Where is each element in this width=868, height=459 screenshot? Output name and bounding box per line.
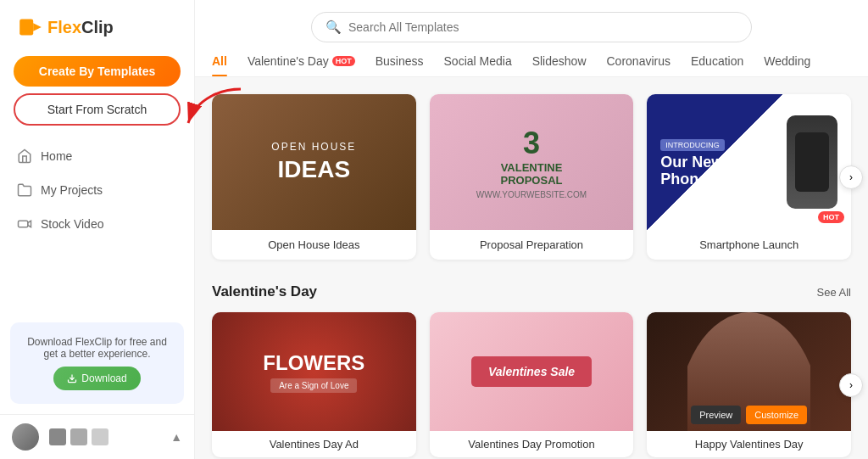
hot-corner-badge: HOT [818, 211, 844, 223]
valentines-section-title: Valentine's Day [212, 283, 317, 300]
val-thumb-flowers: FLOWERS Are a Sign of Love [212, 312, 416, 431]
start-from-scratch-button[interactable]: Start From Scratch [14, 93, 181, 126]
tab-wedding[interactable]: Wedding [764, 54, 810, 76]
projects-label: My Projects [41, 183, 103, 197]
template-thumb-open-house: OPEN HOUSE IDEAS [212, 94, 416, 230]
hot-badge-valentines: HOT [332, 56, 355, 66]
template-thumb-proposal: 3 VALENTINE PROPOSAL WWW.YOURWEBSITE.COM [430, 94, 634, 230]
template-card-proposal[interactable]: 3 VALENTINE PROPOSAL WWW.YOURWEBSITE.COM… [430, 94, 634, 260]
svg-rect-0 [19, 19, 33, 35]
customize-button[interactable]: Customize [746, 406, 807, 424]
flexclip-logo-icon [17, 14, 44, 41]
smartphone-visual: INTRODUCING Our New Phone HOT [647, 94, 851, 230]
stock-label: Stock Video [41, 217, 103, 231]
color-dots [49, 428, 108, 445]
tab-business[interactable]: Business [376, 54, 424, 76]
tab-social[interactable]: Social Media [444, 54, 512, 76]
svg-rect-2 [19, 221, 28, 227]
happy-val-visual: Preview Customize [647, 312, 851, 431]
tab-education-label: Education [691, 54, 743, 68]
top-bar: 🔍 All Valentine's Day HOT Business Socia… [195, 0, 868, 77]
smartphone-intro-badge: INTRODUCING [660, 139, 725, 151]
tab-wedding-label: Wedding [764, 54, 810, 68]
smartphone-phone-visual [787, 115, 837, 209]
download-icon [67, 373, 77, 383]
smartphone-label: Smartphone Launch [647, 230, 851, 260]
featured-templates-row: OPEN HOUSE IDEAS Open House Ideas 3 VALE… [212, 94, 851, 260]
tab-social-label: Social Media [444, 54, 512, 68]
tab-valentines-label: Valentine's Day [248, 54, 329, 68]
flowers-big-text: FLOWERS [263, 351, 364, 375]
folder-icon [17, 182, 32, 198]
download-btn-label: Download [81, 372, 126, 384]
val-card-flowers[interactable]: FLOWERS Are a Sign of Love Valentines Da… [212, 312, 416, 457]
flowers-visual: FLOWERS Are a Sign of Love [212, 312, 416, 431]
proposal-num: 3 [523, 126, 540, 161]
smartphone-headline1: Our New [660, 154, 723, 171]
val-sale-visual: Valentines Sale [430, 312, 634, 431]
tab-all-label: All [212, 54, 227, 68]
sidebar-item-stock[interactable]: Stock Video [0, 207, 194, 241]
preview-button[interactable]: Preview [691, 406, 741, 424]
logo-area: FlexClip [0, 0, 194, 51]
smartphone-headline2: Phone [660, 171, 707, 188]
sale-badge: Valentines Sale [471, 356, 592, 387]
sidebar: FlexClip Create By Templates Start From … [0, 0, 195, 459]
tabs-row: All Valentine's Day HOT Business Social … [212, 54, 851, 76]
valentines-section-header: Valentine's Day See All [212, 283, 851, 300]
home-icon [17, 148, 32, 164]
proposal-text1: VALENTINE [501, 161, 563, 174]
smartphone-text: INTRODUCING Our New Phone [660, 136, 725, 188]
create-by-templates-button[interactable]: Create By Templates [14, 56, 181, 87]
val-overlay-buttons: Preview Customize [647, 406, 851, 424]
logo: FlexClip [17, 14, 177, 41]
svg-marker-1 [33, 23, 42, 31]
val-thumb-promo: Valentines Sale [430, 312, 634, 431]
user-bar-expand-button[interactable]: ▲ [170, 430, 182, 444]
proposal-label: Proposal Preparation [430, 230, 634, 260]
featured-next-button[interactable]: › [839, 165, 863, 189]
tab-all[interactable]: All [212, 54, 227, 76]
sidebar-item-projects[interactable]: My Projects [0, 173, 194, 207]
open-house-label: Open House Ideas [212, 230, 416, 260]
open-house-text-small: OPEN HOUSE [271, 141, 356, 153]
val-card-promo[interactable]: Valentines Sale Valentines Day Promotion [430, 312, 634, 457]
color-dot-1 [49, 428, 66, 445]
template-thumb-smartphone: INTRODUCING Our New Phone HOT [647, 94, 851, 230]
svg-marker-3 [28, 221, 31, 227]
template-card-open-house[interactable]: OPEN HOUSE IDEAS Open House Ideas [212, 94, 416, 260]
logo-clip: Clip [81, 18, 114, 37]
tab-coronavirus-label: Coronavirus [607, 54, 670, 68]
search-row: 🔍 [212, 12, 851, 42]
open-house-text-big: IDEAS [278, 156, 351, 183]
flowers-sub-text: Are a Sign of Love [270, 378, 357, 393]
val-promo-label: Valentines Day Promotion [430, 431, 634, 457]
proposal-visual: 3 VALENTINE PROPOSAL WWW.YOURWEBSITE.COM [430, 94, 634, 230]
tab-coronavirus[interactable]: Coronavirus [607, 54, 670, 76]
tab-education[interactable]: Education [691, 54, 743, 76]
content-area: OPEN HOUSE IDEAS Open House Ideas 3 VALE… [195, 77, 868, 459]
download-promo-text: Download FlexClip for free and get a bet… [27, 336, 167, 360]
download-button[interactable]: Download [53, 367, 140, 390]
tab-valentines[interactable]: Valentine's Day HOT [248, 54, 355, 76]
color-dot-2 [70, 428, 87, 445]
tab-slideshow[interactable]: Slideshow [532, 54, 587, 76]
happy-val-label: Happy Valentines Day [647, 431, 851, 457]
proposal-text3: WWW.YOURWEBSITE.COM [476, 190, 587, 199]
valentines-next-button[interactable]: › [839, 373, 863, 397]
user-bar: ▲ [0, 414, 194, 459]
smartphone-headline: Our New Phone [660, 154, 725, 188]
search-icon: 🔍 [326, 20, 342, 35]
search-input[interactable] [348, 20, 737, 34]
tab-slideshow-label: Slideshow [532, 54, 587, 68]
main-content: 🔍 All Valentine's Day HOT Business Socia… [195, 0, 868, 459]
sidebar-item-home[interactable]: Home [0, 139, 194, 173]
video-icon [17, 216, 32, 232]
valentines-section: Valentine's Day See All FLOWERS Are a Si… [212, 283, 851, 457]
open-house-visual: OPEN HOUSE IDEAS [212, 94, 416, 230]
template-card-smartphone[interactable]: INTRODUCING Our New Phone HOT Smartphone… [647, 94, 851, 260]
val-card-happy[interactable]: Preview Customize Happy Valentines Day [647, 312, 851, 457]
home-label: Home [41, 149, 72, 163]
valentines-see-all[interactable]: See All [817, 286, 851, 299]
flowers-label: Valentines Day Ad [212, 431, 416, 457]
